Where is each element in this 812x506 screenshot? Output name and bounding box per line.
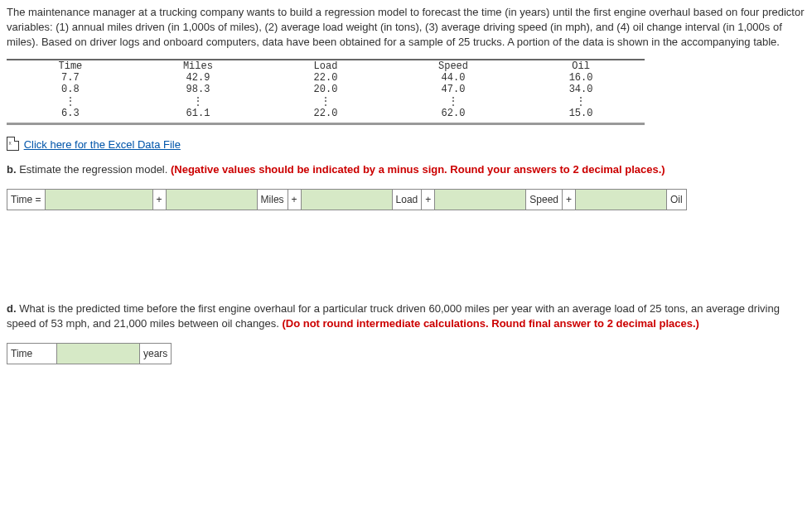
part-b-instruction: (Negative values should be indicated by … (171, 163, 665, 176)
years-unit-label: years (140, 344, 171, 364)
col-miles: Miles (134, 60, 262, 72)
file-icon: X (7, 137, 19, 151)
part-d-instruction: (Do not round intermediate calculations.… (282, 317, 698, 330)
plus-op: + (153, 190, 167, 210)
miles-var-label: Miles (258, 190, 288, 210)
plus-op: + (563, 190, 576, 210)
plus-op: + (422, 190, 435, 210)
miles-coef-input[interactable] (167, 190, 258, 210)
part-d-text: d. What is the predicted time before the… (7, 301, 805, 331)
plus-op: + (288, 190, 302, 210)
table-header-row: Time Miles Load Speed Oil (7, 60, 645, 72)
intercept-input[interactable] (46, 190, 153, 210)
col-load: Load (262, 60, 389, 72)
speed-var-label: Speed (526, 190, 563, 210)
sample-data-table: Time Miles Load Speed Oil 7.7 42.9 22.0 … (7, 59, 645, 119)
col-oil: Oil (517, 60, 645, 72)
table-row: 7.7 42.9 22.0 44.0 16.0 (7, 72, 645, 84)
oil-var-label: Oil (667, 190, 686, 210)
oil-coef-input[interactable] (576, 190, 667, 210)
speed-coef-input[interactable] (435, 190, 526, 210)
table-row: 6.3 61.1 22.0 62.0 15.0 (7, 108, 645, 119)
table-bottom-rule (7, 123, 645, 125)
table-row: ⋮ ⋮ ⋮ ⋮ ⋮ (7, 95, 645, 108)
regression-equation-row: Time = + Miles + Load + Speed + Oil (7, 189, 687, 210)
load-var-label: Load (393, 190, 423, 210)
part-d-label: d. (7, 302, 17, 315)
part-b-text: b. Estimate the regression model. (Negat… (7, 162, 805, 177)
problem-intro: The maintenance manager at a trucking co… (7, 5, 805, 51)
predicted-time-input[interactable] (57, 344, 140, 364)
part-b-label: b. (7, 163, 17, 176)
time-label: Time (7, 344, 57, 364)
predicted-time-row: Time years (7, 343, 172, 364)
load-coef-input[interactable] (302, 190, 393, 210)
col-speed: Speed (389, 60, 517, 72)
col-time: Time (7, 60, 134, 72)
table-row: 0.8 98.3 20.0 47.0 34.0 (7, 84, 645, 95)
time-equals-label: Time = (7, 190, 46, 210)
excel-file-link[interactable]: Click here for the Excel Data File (24, 138, 181, 151)
